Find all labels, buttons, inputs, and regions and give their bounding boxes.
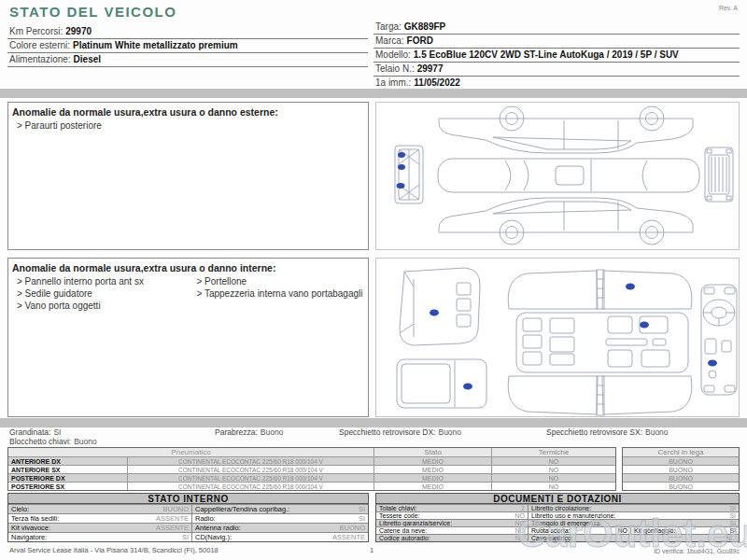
item-value: SI — [729, 527, 736, 534]
interior-car-diagram — [376, 259, 739, 416]
interior-anomalies-col2: > Portellone > Tappezzeria interna vano … — [189, 275, 369, 312]
item-value: SI — [729, 512, 736, 519]
col-header-pneumatico: Pneumatico — [8, 448, 374, 456]
condition-value: Buono — [438, 427, 461, 437]
page-title: STATO DEL VEICOLO — [9, 4, 176, 20]
item-value: BUONO — [339, 524, 365, 532]
item-value: ASSENTE — [156, 514, 189, 523]
item-value: 2 — [521, 505, 525, 511]
table-row: Libretto garanzia/service:NO Triangolo d… — [376, 519, 739, 526]
tire-stato: MEDIO — [374, 474, 492, 482]
tire-table-main: Pneumatico Stato Termiche ANTERIORE DX C… — [7, 447, 616, 491]
tire-stato: MEDIO — [374, 466, 492, 473]
field-value: 1.5 EcoBlue 120CV 2WD ST-Line AutoKuga /… — [414, 49, 679, 60]
table-row: BUONO — [623, 482, 739, 490]
item-label: Radio: — [195, 514, 216, 523]
cell: Tessere code:NO — [376, 512, 529, 519]
item-label: Navigatore: — [11, 533, 47, 541]
col-header-cerchi: Cerchi in lega — [623, 448, 739, 456]
item-value: SI — [182, 533, 189, 541]
item-label: Cielo: — [11, 505, 29, 513]
exterior-anomaly-item: > Paraurti posteriore — [8, 119, 368, 132]
tire-stato: MEDIO — [374, 483, 492, 490]
col-header-termiche: Termiche — [492, 448, 615, 456]
item-label: Ruota scorta: — [531, 527, 571, 534]
item-value: ASSENTE — [156, 524, 189, 532]
field-value: Platinum White metallizzato premium — [73, 40, 238, 50]
cell: Totale chiavi:2 — [376, 505, 529, 511]
condition-parabrezza: Parabrezza:Buono — [215, 427, 283, 437]
item-value: NO — [515, 520, 526, 526]
tire-table: Pneumatico Stato Termiche ANTERIORE DX C… — [7, 447, 740, 491]
item-value: NO — [618, 527, 628, 534]
interior-anomaly-item: > Portellone — [189, 275, 369, 287]
damage-markers — [430, 284, 717, 390]
condition-grandinata: Grandinata:SI — [9, 427, 61, 437]
field-colore-esterni: Colore esterni:Platinum White metallizza… — [7, 39, 368, 53]
field-label: Modello: — [375, 49, 411, 60]
tire-position: POSTERIORE SX — [8, 483, 128, 490]
interior-anomaly-item: > Sedile guidatore — [8, 287, 189, 300]
condition-label: Specchietto retrovisore DX: — [339, 427, 435, 437]
table-row: ANTERIORE SX CONTINENTAL ECOCONTAC 225/6… — [8, 465, 615, 473]
field-modello: Modello:1.5 EcoBlue 120CV 2WD ST-Line Au… — [374, 49, 740, 63]
tire-termiche: NO — [492, 466, 615, 473]
interior-diagram-panel — [375, 258, 740, 417]
item-label: CD(Navig.): — [195, 533, 232, 541]
cell: Libretto garanzia/service:NO — [376, 520, 529, 526]
item-value: SI — [359, 505, 365, 513]
field-label: Km Percorsi: — [9, 26, 63, 36]
interior-anomaly-item: > Tappezzeria interna vano portabagagli — [189, 287, 369, 300]
col-header-stato: Stato — [374, 448, 492, 456]
cell: Cappelliera/Tendina copribag.:SI — [192, 505, 368, 513]
cell: Kit vivavoce:ASSENTE — [8, 524, 192, 532]
cell: Antenna radio:BUONO — [192, 524, 368, 532]
stato-interno-table: STATO INTERNO Cielo:BUONO Cappelliera/Te… — [7, 493, 369, 542]
exterior-car-diagram — [376, 103, 739, 249]
item-value: NO — [726, 535, 737, 541]
separator-bar-bottom — [0, 418, 747, 427]
interior-anomalies-title: Anomalie da normale usura,extra usura o … — [8, 259, 368, 275]
field-km-percorsi: Km Percorsi:29970 — [7, 25, 368, 39]
item-label: Codice autoradio: — [379, 535, 430, 541]
item-value: SI — [729, 505, 736, 511]
field-label: Alimentazione: — [9, 54, 71, 64]
item-value: NO — [515, 527, 526, 534]
item-label: Libretto garanzia/service: — [379, 520, 452, 526]
damage-markers — [397, 152, 406, 189]
field-targa: Targa:GK889FP — [374, 21, 740, 35]
interior-anomaly-item: > Vano porta oggetti — [8, 300, 189, 312]
field-telaio: Telaio N.:29977 — [374, 63, 740, 77]
cell: Cielo:BUONO — [8, 505, 192, 513]
table-row: Navigatore:SI CD(Navig.):ASSENTE — [8, 532, 368, 541]
tire-description: CONTINENTAL ECOCONTAC 225/60 R18 000/104… — [128, 474, 374, 482]
item-label: Antenna radio: — [195, 524, 241, 532]
field-label: Telaio N.: — [375, 63, 415, 74]
tire-stato: MEDIO — [374, 457, 492, 465]
table-row: Terza fila sedili:ASSENTE Radio:SI — [8, 513, 368, 523]
item-label: Libretto circolazione: — [531, 505, 591, 511]
cell: Catene da neve:NO — [376, 527, 529, 534]
field-value: 29977 — [417, 63, 444, 74]
item-value: NO — [515, 535, 526, 541]
tire-cerchi: BUONO — [623, 483, 739, 490]
item-label: Tessere code: — [379, 512, 420, 519]
revision-label: Rev. A — [719, 5, 738, 11]
cell: Ruota scorta:NO — [529, 527, 631, 534]
cell: Codice autoradio:NO — [376, 535, 529, 541]
condition-value: Buono — [74, 437, 97, 446]
field-label: Colore esterni: — [9, 40, 70, 50]
field-label: 1a imm.: — [375, 77, 411, 88]
table-row: POSTERIORE SX CONTINENTAL ECOCONTAC 225/… — [8, 482, 615, 490]
tire-termiche: NO — [492, 483, 615, 490]
item-value: ASSENTE — [332, 533, 365, 541]
field-value: GK889FP — [404, 21, 445, 32]
condition-label: Grandinata: — [9, 427, 50, 437]
tire-termiche: NO — [492, 457, 615, 465]
tire-description: CONTINENTAL ECOCONTAC 225/60 R18 000/104… — [128, 483, 374, 490]
table-row: ANTERIORE DX CONTINENTAL ECOCONTAC 225/6… — [8, 456, 615, 465]
tire-position: POSTERIORE DX — [8, 474, 128, 482]
exterior-diagram-panel — [375, 102, 740, 250]
tire-cerchi: BUONO — [623, 466, 739, 473]
trunk-view — [400, 268, 480, 345]
